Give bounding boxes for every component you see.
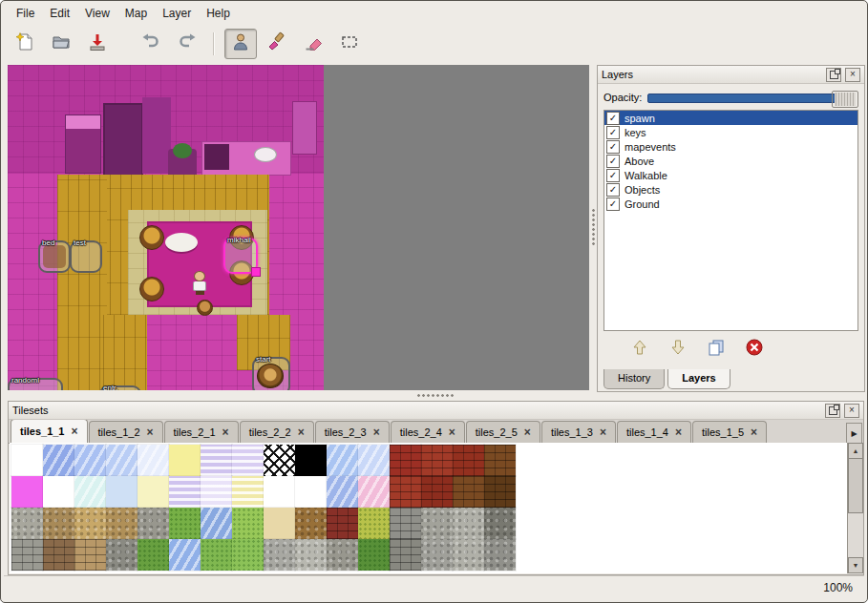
- tileset-tile[interactable]: [295, 445, 327, 476]
- tileset-tile[interactable]: [327, 445, 358, 476]
- layer-visibility-checkbox[interactable]: ✓: [606, 198, 620, 211]
- tileset-tab-tiles_2_5[interactable]: tiles_2_5×: [466, 421, 540, 443]
- brush-tool-button[interactable]: [261, 29, 293, 59]
- tileset-tile[interactable]: [106, 445, 138, 476]
- tab-close-icon[interactable]: ×: [147, 426, 154, 438]
- tileset-tab-tiles_2_3[interactable]: tiles_2_3×: [315, 421, 390, 443]
- undo-button[interactable]: [135, 29, 167, 59]
- tileset-tile[interactable]: [201, 445, 232, 476]
- save-button[interactable]: [81, 29, 114, 59]
- tab-close-icon[interactable]: ×: [298, 426, 305, 438]
- tileset-tile[interactable]: [390, 445, 421, 476]
- tileset-tile[interactable]: [327, 476, 358, 508]
- menu-item-file[interactable]: File: [9, 4, 42, 23]
- tileset-tile[interactable]: [264, 539, 295, 571]
- layer-visibility-checkbox[interactable]: ✓: [606, 183, 620, 197]
- tileset-tab-tiles_2_2[interactable]: tiles_2_2×: [240, 421, 314, 443]
- tab-close-icon[interactable]: ×: [600, 426, 606, 438]
- close-panel-button[interactable]: ×: [844, 404, 859, 418]
- open-button[interactable]: [45, 29, 77, 59]
- tileset-tab-tiles_1_3[interactable]: tiles_1_3×: [541, 421, 616, 443]
- tileset-tile[interactable]: [138, 476, 169, 508]
- tileset-view[interactable]: [10, 443, 862, 573]
- tileset-tile[interactable]: [169, 476, 201, 508]
- tileset-tile[interactable]: [169, 539, 201, 571]
- tileset-tab-tiles_1_4[interactable]: tiles_1_4×: [617, 421, 691, 443]
- tileset-scrollbar[interactable]: ▲ ▼: [847, 443, 863, 573]
- object-tool-button[interactable]: [224, 29, 257, 59]
- tab-close-icon[interactable]: ×: [675, 426, 682, 438]
- tileset-tile[interactable]: [421, 508, 453, 539]
- map-object-bed[interactable]: bed: [38, 240, 71, 273]
- tileset-tile[interactable]: [201, 508, 232, 539]
- tileset-tile[interactable]: [295, 539, 327, 571]
- scroll-up-button[interactable]: ▲: [848, 443, 863, 459]
- layer-row[interactable]: ✓spawn: [604, 111, 857, 125]
- delete-layer-button[interactable]: [741, 336, 768, 363]
- vertical-splitter[interactable]: [589, 65, 597, 390]
- layer-row[interactable]: ✓Above: [604, 154, 857, 168]
- duplicate-layer-button[interactable]: [703, 336, 730, 363]
- close-panel-button[interactable]: ×: [845, 68, 860, 82]
- tileset-tile[interactable]: [453, 445, 484, 476]
- layer-visibility-checkbox[interactable]: ✓: [606, 112, 620, 125]
- tileset-tile[interactable]: [74, 539, 106, 571]
- tileset-tile[interactable]: [106, 476, 138, 508]
- float-panel-button[interactable]: [825, 404, 840, 418]
- scroll-down-button[interactable]: ▼: [848, 557, 863, 573]
- tab-close-icon[interactable]: ×: [751, 426, 757, 438]
- tileset-tile[interactable]: [358, 539, 390, 571]
- tileset-tile[interactable]: [421, 539, 453, 571]
- tileset-tile[interactable]: [201, 539, 232, 571]
- opacity-slider[interactable]: [647, 90, 858, 105]
- layer-row[interactable]: ✓keys: [604, 125, 857, 139]
- tileset-tab-tiles_1_5[interactable]: tiles_1_5×: [692, 421, 767, 443]
- tileset-tab-tiles_2_1[interactable]: tiles_2_1×: [164, 421, 239, 443]
- tileset-tile[interactable]: [327, 539, 358, 571]
- redo-button[interactable]: [171, 29, 203, 59]
- tileset-tile[interactable]: [264, 508, 295, 539]
- tileset-tile[interactable]: [358, 445, 390, 476]
- opacity-slider-track[interactable]: [647, 94, 836, 103]
- map-object-randoml[interactable]: randoml: [8, 378, 63, 390]
- tileset-tile[interactable]: [421, 445, 453, 476]
- tab-close-icon[interactable]: ×: [524, 426, 531, 438]
- layer-row[interactable]: ✓Ground: [604, 197, 857, 211]
- tab-close-icon[interactable]: ×: [449, 426, 455, 438]
- layer-visibility-checkbox[interactable]: ✓: [606, 126, 620, 139]
- tileset-tile[interactable]: [74, 508, 106, 539]
- tileset-tile[interactable]: [43, 508, 74, 539]
- tileset-tile[interactable]: [138, 445, 169, 476]
- tileset-tile[interactable]: [421, 476, 453, 508]
- tileset-tile[interactable]: [390, 476, 421, 508]
- tileset-tile[interactable]: [264, 476, 295, 508]
- tileset-tile[interactable]: [232, 476, 264, 508]
- tileset-tile[interactable]: [106, 539, 138, 571]
- tileset-tile[interactable]: [201, 476, 232, 508]
- tab-close-icon[interactable]: ×: [71, 426, 77, 437]
- tileset-tile[interactable]: [453, 508, 484, 539]
- tileset-tile[interactable]: [484, 445, 516, 476]
- splitter-grip[interactable]: [416, 393, 455, 398]
- tileset-tile[interactable]: [138, 508, 169, 539]
- menu-item-map[interactable]: Map: [117, 4, 155, 23]
- eraser-tool-button[interactable]: [297, 29, 329, 59]
- menu-item-edit[interactable]: Edit: [42, 4, 77, 23]
- selection-handle[interactable]: [251, 267, 261, 277]
- tileset-tile[interactable]: [390, 508, 421, 539]
- tileset-tile[interactable]: [43, 476, 74, 508]
- tab-close-icon[interactable]: ×: [373, 426, 380, 438]
- tileset-tab-tiles_1_2[interactable]: tiles_1_2×: [89, 421, 163, 443]
- opacity-slider-handle[interactable]: [832, 91, 858, 108]
- tab-history[interactable]: History: [603, 369, 665, 389]
- lower-layer-button[interactable]: [665, 336, 691, 363]
- layer-row[interactable]: ✓mapevents: [604, 139, 857, 154]
- tileset-tile[interactable]: [232, 539, 264, 571]
- tab-layers[interactable]: Layers: [667, 369, 730, 389]
- tileset-tile[interactable]: [169, 445, 201, 476]
- layer-row[interactable]: ✓Objects: [604, 182, 857, 197]
- tileset-tile[interactable]: [74, 445, 106, 476]
- tileset-tile[interactable]: [295, 508, 327, 539]
- map-canvas[interactable]: bed test mikhail start entr. randoml: [8, 65, 589, 390]
- menu-item-layer[interactable]: Layer: [155, 4, 199, 23]
